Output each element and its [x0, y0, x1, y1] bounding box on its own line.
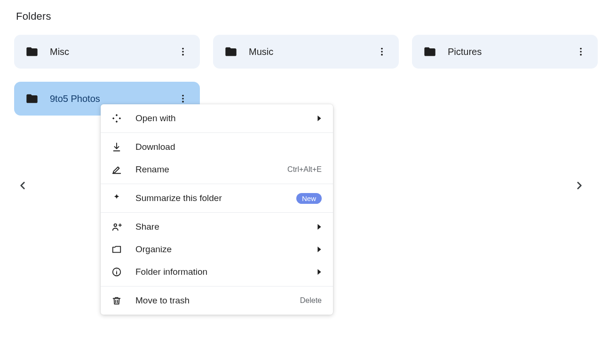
submenu-arrow-icon: [317, 116, 322, 121]
menu-item-folder-info[interactable]: Folder information: [101, 261, 333, 283]
svg-point-10: [182, 98, 184, 100]
menu-shortcut: Ctrl+Alt+E: [287, 165, 322, 174]
menu-label: Open with: [135, 113, 304, 124]
svg-point-9: [182, 95, 184, 97]
menu-label: Summarize this folder: [135, 193, 283, 203]
rename-icon: [111, 164, 122, 175]
folders-heading: Folders: [16, 10, 588, 23]
share-icon: [111, 221, 122, 232]
more-vert-icon: [178, 46, 188, 57]
folder-label: Misc: [50, 46, 163, 57]
menu-label: Share: [135, 222, 304, 232]
menu-label: Rename: [135, 164, 274, 175]
menu-label: Organize: [135, 244, 304, 255]
menu-item-move-to-trash[interactable]: Move to trash Delete: [101, 289, 333, 312]
submenu-arrow-icon: [317, 269, 322, 275]
svg-point-2: [182, 54, 184, 56]
menu-shortcut: Delete: [300, 296, 322, 305]
new-badge: New: [296, 193, 322, 204]
menu-item-open-with[interactable]: Open with: [101, 107, 333, 130]
svg-point-1: [182, 51, 184, 53]
menu-label: Move to trash: [135, 295, 287, 306]
folder-card-misc[interactable]: Misc: [14, 35, 200, 69]
svg-point-7: [580, 51, 582, 53]
chevron-left-icon: [16, 179, 29, 192]
menu-item-summarize[interactable]: Summarize this folder New: [101, 187, 333, 209]
menu-divider: [101, 212, 333, 213]
menu-item-rename[interactable]: Rename Ctrl+Alt+E: [101, 158, 333, 181]
folders-grid: Misc Music Pictures 9to5 Photos: [14, 35, 588, 116]
menu-label: Download: [135, 142, 322, 152]
folder-label: Music: [249, 46, 362, 57]
svg-point-3: [381, 48, 383, 50]
menu-item-organize[interactable]: Organize: [101, 238, 333, 261]
more-vert-icon: [178, 93, 188, 104]
svg-point-6: [580, 48, 582, 50]
download-icon: [111, 141, 122, 153]
menu-divider: [101, 184, 333, 184]
svg-point-4: [381, 51, 383, 53]
open-with-icon: [111, 113, 122, 124]
menu-item-share[interactable]: Share: [101, 216, 333, 238]
organize-icon: [111, 244, 122, 255]
svg-point-8: [580, 54, 582, 56]
folder-icon: [423, 45, 436, 58]
more-options-button[interactable]: [373, 43, 390, 60]
more-vert-icon: [377, 46, 387, 57]
menu-divider: [101, 132, 333, 133]
more-options-button[interactable]: [572, 43, 589, 60]
trash-icon: [111, 295, 122, 306]
svg-point-0: [182, 48, 184, 50]
svg-point-12: [114, 224, 117, 227]
prev-page-button[interactable]: [13, 176, 32, 195]
folder-card-music[interactable]: Music: [213, 35, 399, 69]
submenu-arrow-icon: [317, 224, 322, 230]
chevron-right-icon: [573, 179, 586, 192]
svg-point-5: [381, 54, 383, 56]
folder-icon: [224, 45, 238, 58]
folder-icon: [25, 92, 39, 105]
menu-label: Folder information: [135, 267, 304, 277]
folder-icon: [25, 45, 39, 58]
info-icon: [111, 266, 122, 278]
folder-label: Pictures: [448, 46, 561, 57]
folder-context-menu: Open with Download Rename Ctrl+Alt+E Sum…: [101, 104, 333, 315]
svg-point-15: [116, 270, 117, 270]
menu-divider: [101, 286, 333, 287]
menu-item-download[interactable]: Download: [101, 136, 333, 158]
more-vert-icon: [576, 46, 586, 57]
svg-point-11: [182, 101, 184, 103]
next-page-button[interactable]: [570, 176, 589, 195]
submenu-arrow-icon: [317, 247, 322, 252]
folder-label: 9to5 Photos: [50, 93, 163, 104]
more-options-button[interactable]: [174, 43, 191, 60]
sparkle-icon: [111, 193, 122, 204]
folder-card-pictures[interactable]: Pictures: [412, 35, 598, 69]
